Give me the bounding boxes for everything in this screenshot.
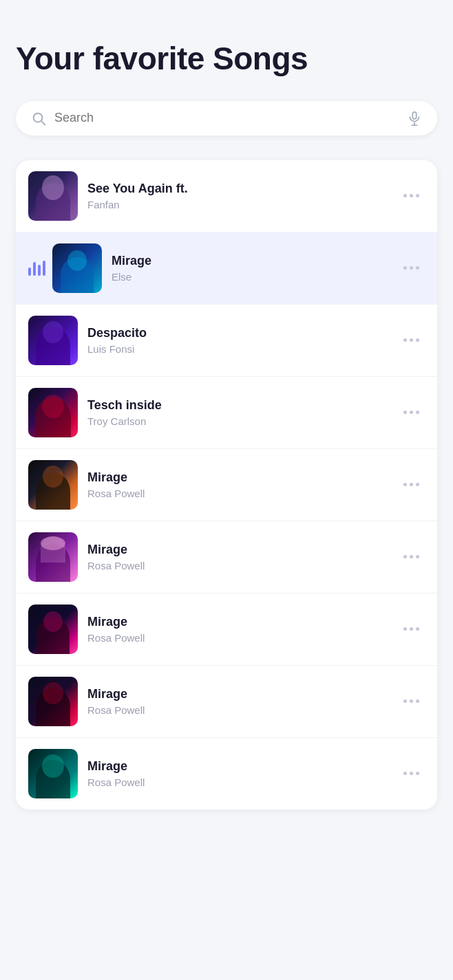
song-artist: Rosa Powell: [87, 776, 388, 788]
song-title: Mirage: [87, 759, 388, 774]
album-art: [28, 388, 78, 437]
song-title: Despacito: [87, 326, 388, 340]
page-title: Your favorite Songs: [16, 41, 437, 76]
song-title: Mirage: [87, 543, 388, 557]
more-dots-icon: [403, 627, 419, 631]
microphone-icon[interactable]: [407, 111, 422, 126]
more-dots-icon: [403, 555, 419, 558]
page: Your favorite Songs: [0, 0, 453, 980]
song-item[interactable]: See You Again ft. Fanfan: [16, 160, 437, 232]
svg-line-1: [41, 121, 45, 124]
album-art: [28, 460, 78, 510]
song-info: Mirage Rosa Powell: [87, 470, 388, 499]
song-item[interactable]: Mirage Rosa Powell: [16, 666, 437, 738]
song-artist: Rosa Powell: [87, 632, 388, 644]
album-art: [28, 605, 78, 654]
song-artist: Else: [112, 271, 388, 283]
song-item[interactable]: Mirage Rosa Powell: [16, 594, 437, 666]
song-info: See You Again ft. Fanfan: [87, 182, 388, 210]
song-item[interactable]: Mirage Else: [16, 232, 437, 305]
more-options-button[interactable]: [398, 622, 425, 636]
more-options-button[interactable]: [398, 694, 425, 708]
song-item[interactable]: Mirage Rosa Powell: [16, 521, 437, 594]
song-artist: Rosa Powell: [87, 488, 388, 499]
song-title: Mirage: [87, 470, 388, 485]
song-info: Mirage Rosa Powell: [87, 615, 388, 644]
more-options-button[interactable]: [398, 261, 425, 275]
songs-list: See You Again ft. Fanfan: [16, 160, 437, 809]
song-info: Mirage Rosa Powell: [87, 759, 388, 788]
song-info: Tesch inside Troy Carlson: [87, 398, 388, 427]
song-info: Mirage Rosa Powell: [87, 687, 388, 716]
song-artist: Troy Carlson: [87, 415, 388, 427]
song-artist: Rosa Powell: [87, 704, 388, 716]
album-art: [52, 243, 102, 293]
album-art: [28, 749, 78, 798]
more-dots-icon: [403, 483, 419, 486]
song-title: See You Again ft.: [87, 182, 388, 196]
album-art: [28, 532, 78, 582]
playing-indicator: [28, 261, 45, 276]
more-options-button[interactable]: [398, 549, 425, 564]
song-artist: Fanfan: [87, 199, 388, 210]
song-info: Mirage Else: [112, 254, 388, 283]
song-artist: Rosa Powell: [87, 560, 388, 571]
song-item[interactable]: Tesch inside Troy Carlson: [16, 377, 437, 449]
search-input[interactable]: [54, 111, 399, 125]
more-dots-icon: [403, 338, 419, 342]
song-item[interactable]: Mirage Rosa Powell: [16, 738, 437, 809]
more-options-button[interactable]: [398, 333, 425, 347]
more-dots-icon: [403, 411, 419, 414]
svg-rect-2: [412, 111, 417, 118]
more-options-button[interactable]: [398, 477, 425, 492]
more-options-button[interactable]: [398, 405, 425, 420]
search-icon: [31, 111, 46, 126]
album-art: [28, 171, 78, 221]
song-title: Mirage: [112, 254, 388, 268]
song-artist: Luis Fonsi: [87, 343, 388, 355]
song-info: Despacito Luis Fonsi: [87, 326, 388, 355]
song-info: Mirage Rosa Powell: [87, 543, 388, 571]
more-options-button[interactable]: [398, 766, 425, 781]
more-dots-icon: [403, 266, 419, 270]
song-item[interactable]: Despacito Luis Fonsi: [16, 305, 437, 377]
more-options-button[interactable]: [398, 188, 425, 203]
search-bar: [16, 101, 437, 135]
album-art: [28, 316, 78, 365]
more-dots-icon: [403, 194, 419, 197]
song-title: Mirage: [87, 687, 388, 701]
more-dots-icon: [403, 772, 419, 775]
song-item[interactable]: Mirage Rosa Powell: [16, 449, 437, 521]
song-title: Tesch inside: [87, 398, 388, 413]
song-title: Mirage: [87, 615, 388, 629]
more-dots-icon: [403, 699, 419, 703]
album-art: [28, 677, 78, 726]
